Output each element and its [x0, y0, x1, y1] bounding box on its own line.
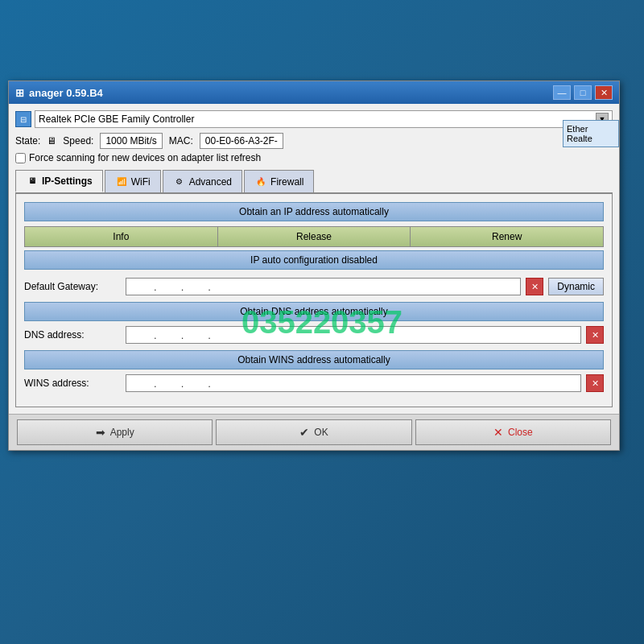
wins-address-row: WINS address: . . . ✕	[24, 374, 604, 392]
tooltip-line2: Realte	[567, 134, 615, 143]
apply-icon: ➡	[96, 426, 105, 439]
state-icon: 🖥	[47, 135, 56, 147]
obtain-dns-bar: Obtain DNS address automatically	[24, 302, 604, 321]
apply-button-label: Apply	[110, 427, 134, 438]
dynamic-button-label: Dynamic	[557, 281, 595, 292]
auto-config-label: IP auto configuration disabled	[250, 254, 378, 266]
advanced-icon: ⚙	[173, 175, 186, 188]
dns-address-row: DNS address: . . . ✕	[24, 326, 604, 344]
mac-label: MAC:	[169, 135, 193, 147]
renew-button-label: Renew	[492, 231, 522, 242]
adapter-icon: ⊟	[15, 111, 31, 127]
wins-address-input[interactable]: . . .	[126, 374, 581, 392]
info-button-label: Info	[113, 231, 129, 242]
adapter-tooltip: Ether Realte	[563, 120, 619, 147]
close-button[interactable]: ✕	[595, 85, 613, 100]
release-button[interactable]: Release	[217, 226, 411, 247]
wifi-icon: 📶	[115, 175, 128, 188]
info-button[interactable]: Info	[24, 226, 217, 247]
renew-button[interactable]: Renew	[410, 226, 604, 247]
release-button-label: Release	[296, 231, 332, 242]
bottom-bar: ➡ Apply ✔ OK ✕ Close	[9, 414, 619, 450]
ok-button[interactable]: ✔ OK	[216, 419, 411, 445]
adapter-dropdown[interactable]: Realtek PCIe GBE Family Controller ▼	[35, 110, 613, 128]
obtain-ip-label: Obtain an IP address automatically	[239, 206, 389, 217]
ok-button-label: OK	[314, 427, 328, 438]
maximize-button[interactable]: □	[574, 85, 592, 100]
auto-config-bar: IP auto configuration disabled	[24, 250, 604, 270]
state-row: State: 🖥 Speed: 1000 MBit/s MAC: 00-E0-6…	[15, 133, 613, 149]
window-content: ⊟ Realtek PCIe GBE Family Controller ▼ S…	[9, 104, 619, 414]
tab-ip-settings-label: IP-Settings	[42, 175, 93, 187]
dynamic-button[interactable]: Dynamic	[548, 278, 604, 295]
mac-value: 00-E0-66-A3-2F-	[200, 133, 283, 149]
tab-wifi-label: WiFi	[131, 176, 151, 188]
obtain-dns-label: Obtain DNS address automatically	[240, 306, 387, 317]
close-bottom-icon: ✕	[493, 426, 503, 439]
default-gateway-label: Default Gateway:	[24, 281, 121, 292]
title-bar-left: ⊞ anager 0.59.B4	[15, 87, 103, 99]
minimize-button[interactable]: —	[553, 85, 571, 100]
speed-value: 1000 MBit/s	[100, 133, 162, 149]
tab-bar: 🖥 IP-Settings 📶 WiFi ⚙ Advanced 🔥 Firewa…	[15, 170, 613, 194]
force-scan-row: Force scanning for new devices on adapte…	[15, 152, 613, 163]
default-gateway-input[interactable]: . . .	[126, 278, 521, 295]
dns-address-label: DNS address:	[24, 329, 121, 341]
tooltip-line1: Ether	[567, 124, 615, 134]
tab-wifi[interactable]: 📶 WiFi	[105, 170, 161, 192]
apply-button[interactable]: ➡ Apply	[17, 419, 213, 445]
force-scan-label: Force scanning for new devices on adapte…	[29, 152, 261, 163]
wins-address-label: WINS address:	[24, 378, 121, 389]
action-btn-row: Info Release Renew	[24, 226, 604, 247]
wins-clear-button[interactable]: ✕	[586, 374, 604, 392]
speed-label: Speed:	[63, 135, 93, 147]
tab-firewall-label: Firewall	[270, 176, 303, 188]
state-label: State:	[15, 135, 40, 147]
firewall-icon: 🔥	[254, 175, 267, 188]
default-gateway-row: Default Gateway: . . . ✕ Dynamic	[24, 278, 604, 295]
ip-settings-panel: Obtain an IP address automatically Info …	[15, 194, 613, 407]
ok-icon: ✔	[299, 426, 309, 439]
tab-ip-settings[interactable]: 🖥 IP-Settings	[15, 170, 103, 192]
close-bottom-button[interactable]: ✕ Close	[415, 419, 611, 445]
close-bottom-label: Close	[508, 427, 533, 438]
obtain-wins-label: Obtain WINS address automatically	[237, 354, 390, 365]
tab-firewall[interactable]: 🔥 Firewall	[244, 170, 314, 192]
app-icon: ⊞	[15, 87, 24, 99]
ip-settings-icon: 🖥	[26, 175, 39, 188]
title-bar: ⊞ anager 0.59.B4 — □ ✕	[9, 81, 619, 104]
tab-advanced-label: Advanced	[189, 176, 232, 188]
adapter-row: ⊟ Realtek PCIe GBE Family Controller ▼	[15, 110, 613, 128]
desktop: ⊞ anager 0.59.B4 — □ ✕ ⊟ Realtek PCIe GB…	[0, 0, 644, 644]
adapter-name: Realtek PCIe GBE Family Controller	[39, 114, 194, 125]
obtain-wins-bar: Obtain WINS address automatically	[24, 350, 604, 369]
window-title: anager 0.59.B4	[29, 87, 103, 99]
main-window: ⊞ anager 0.59.B4 — □ ✕ ⊟ Realtek PCIe GB…	[8, 80, 620, 451]
dns-address-input[interactable]: . . .	[126, 326, 581, 344]
obtain-ip-bar: Obtain an IP address automatically	[24, 202, 604, 221]
gateway-clear-button[interactable]: ✕	[526, 278, 543, 295]
dns-clear-button[interactable]: ✕	[586, 326, 604, 344]
tab-advanced[interactable]: ⚙ Advanced	[163, 170, 242, 192]
title-bar-controls: — □ ✕	[553, 85, 613, 100]
force-scan-checkbox[interactable]	[15, 153, 26, 163]
